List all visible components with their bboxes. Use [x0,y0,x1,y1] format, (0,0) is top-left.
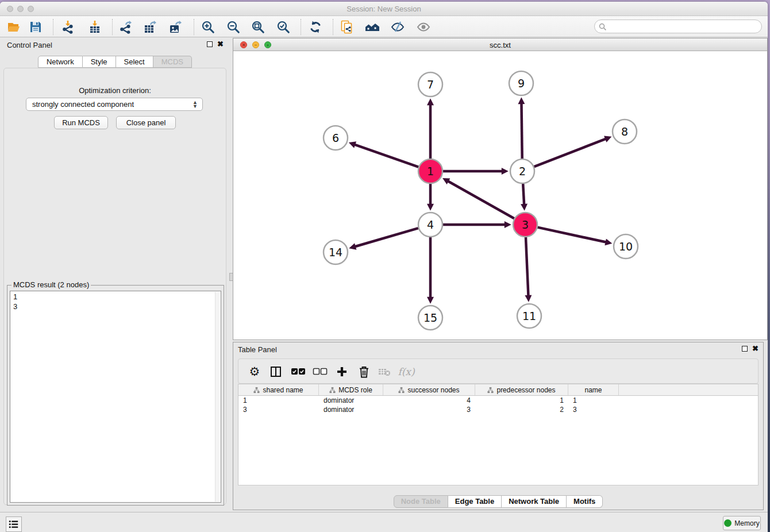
cell-successor-nodes[interactable]: 4 [383,396,475,405]
network-canvas[interactable]: 7968124314101511 [233,51,767,340]
tab-style[interactable]: Style [83,56,116,68]
table-row[interactable]: 1 dominator 4 1 1 [238,396,758,405]
settings-gear-icon[interactable]: ⚙ [247,364,262,379]
graph-edge-3-11[interactable] [526,237,528,296]
cell-shared-name[interactable]: 3 [238,405,319,414]
task-history-button[interactable] [6,516,22,532]
graph-edge-4-14[interactable] [355,228,418,246]
float-panel-icon[interactable] [742,346,748,352]
import-table-icon[interactable] [87,20,102,34]
add-row-icon[interactable] [334,364,349,379]
attribute-type-icon [253,387,260,394]
tab-motifs[interactable]: Motifs [567,495,603,508]
graph-node-label: 11 [522,310,536,322]
control-panel-tabs: Network Style Select MCDS [0,56,230,68]
tab-network[interactable]: Network [38,56,83,68]
toolbar-separator [333,19,333,35]
mcds-result-text[interactable]: 1 3 [10,291,221,503]
close-panel-icon[interactable]: ✖ [752,344,759,353]
graph-edge-2-3[interactable] [523,184,524,205]
zoom-fit-icon[interactable] [251,20,265,34]
cell-successor-nodes[interactable]: 3 [383,405,475,414]
graph-node-label: 6 [332,132,339,144]
export-image-icon[interactable] [168,20,183,34]
close-panel-button[interactable]: Close panel [116,116,176,129]
cell-mcds-role[interactable]: dominator [319,396,383,405]
column-header-predecessor-nodes[interactable]: predecessor nodes [475,384,568,395]
network-overview-icon[interactable] [365,20,380,34]
table-panel-tabs: Node Table Edge Table Network Table Moti… [233,495,763,508]
criterion-value: strongly connected component [32,100,134,109]
cell-shared-name[interactable]: 1 [238,396,319,405]
refresh-layout-icon[interactable] [308,20,323,34]
save-session-icon[interactable] [28,20,43,34]
toolbar-separator [194,19,194,35]
search-box[interactable] [594,20,762,33]
column-header-mcds-role[interactable]: MCDS role [319,384,383,395]
cell-name[interactable]: 3 [568,405,619,414]
tab-node-table[interactable]: Node Table [394,495,448,508]
graph-edge-3-1[interactable] [448,181,514,218]
control-panel-title: Control Panel [7,41,52,49]
graph-node-label: 2 [519,165,526,178]
tab-mcds[interactable]: MCDS [153,56,192,68]
delete-row-icon[interactable] [356,364,371,379]
application-window: Session: New Session [0,2,768,532]
scrollbar-track[interactable] [215,292,220,502]
toolbar-separator [53,19,53,35]
share-document-icon[interactable] [340,20,355,34]
show-panel-icon[interactable] [416,20,431,34]
unselect-all-icon[interactable] [313,364,328,379]
delete-column-icon[interactable] [377,364,392,379]
optimization-criterion-label: Optimization criterion: [0,86,230,95]
close-panel-icon[interactable]: ✖ [217,40,224,48]
cell-predecessor-nodes[interactable]: 1 [475,396,568,405]
export-network-icon[interactable] [118,20,133,34]
graph-edge-1-6[interactable] [355,145,418,167]
criterion-dropdown[interactable]: strongly connected component ▲▼ [26,98,203,111]
column-header-name[interactable]: name [568,384,619,395]
cell-predecessor-nodes[interactable]: 2 [475,405,568,414]
main-toolbar [0,16,768,37]
float-panel-icon[interactable] [207,41,213,47]
select-all-icon[interactable] [291,364,306,379]
column-header-successor-nodes[interactable]: successor nodes [383,384,475,395]
table-row[interactable]: 3 dominator 3 2 3 [238,405,758,414]
tab-network-table[interactable]: Network Table [502,495,567,508]
zoom-out-icon[interactable] [226,20,241,34]
mcds-result-title: MCDS result (2 nodes) [11,280,91,289]
network-graph[interactable]: 7968124314101511 [233,51,767,340]
graph-edge-2-8[interactable] [534,139,606,167]
attribute-type-icon [329,387,336,394]
list-icon [9,520,19,529]
graph-edge-2-9[interactable] [521,103,522,159]
control-panel-header: Control Panel ✖ [0,38,230,52]
open-session-icon[interactable] [6,20,21,34]
graph-edge-3-10[interactable] [537,228,606,242]
tab-edge-table[interactable]: Edge Table [448,495,502,508]
toolbar-separator [112,19,113,35]
graph-node-label: 7 [427,78,434,91]
graph-node-label: 9 [518,77,525,90]
attribute-type-icon [487,387,494,394]
graph-node-label: 8 [621,125,628,138]
cell-mcds-role[interactable]: dominator [319,405,383,414]
tab-select[interactable]: Select [116,56,153,68]
export-table-icon[interactable] [143,20,157,34]
show-column-icon[interactable] [268,364,283,379]
mcds-result-line: 3 [13,302,218,311]
search-input[interactable] [609,21,758,32]
function-builder-icon[interactable]: f(x) [399,364,414,379]
hide-panel-icon[interactable] [390,20,405,34]
node-table[interactable]: shared name MCDS role successor nodes pr… [238,384,759,485]
import-network-icon[interactable] [60,20,75,34]
column-header-shared-name[interactable]: shared name [238,384,319,395]
toolbar-separator [301,19,301,35]
graph-node-label: 4 [427,218,434,231]
memory-button[interactable]: Memory [723,516,761,530]
zoom-in-icon[interactable] [201,20,215,34]
network-window-titlebar[interactable]: ✕ − ＋ scc.txt [233,38,767,51]
zoom-selected-icon[interactable] [276,20,291,34]
run-mcds-button[interactable]: Run MCDS [54,116,108,129]
cell-name[interactable]: 1 [568,396,619,405]
